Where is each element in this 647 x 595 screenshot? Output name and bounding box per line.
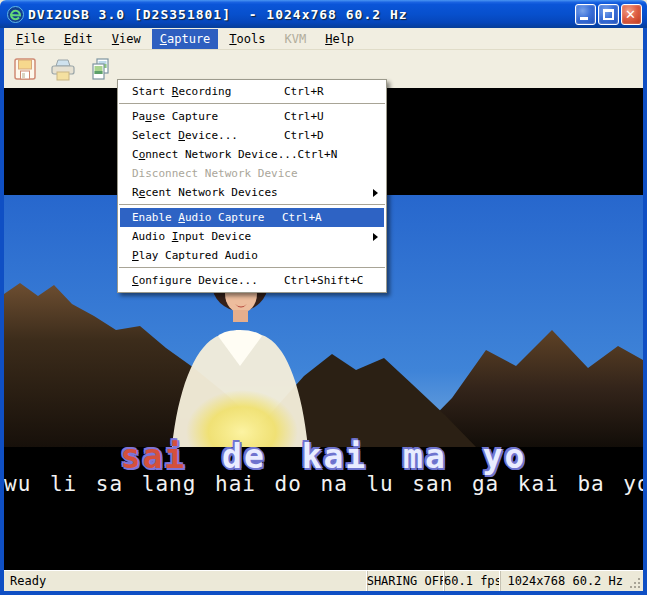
menu-help[interactable]: Help xyxy=(317,29,362,49)
shortcut-label: Ctrl+U xyxy=(284,110,380,123)
menu-separator xyxy=(119,267,385,269)
save-button[interactable] xyxy=(10,54,40,84)
minimize-icon xyxy=(580,17,588,20)
menu-capture[interactable]: Capture xyxy=(152,29,219,49)
resize-grip-icon xyxy=(629,577,641,589)
menu-item-enable-audio-capture[interactable]: Enable Audio Capture Ctrl+A xyxy=(120,208,384,227)
close-button[interactable]: ✕ xyxy=(621,4,642,25)
status-fps: 60.1 fps xyxy=(444,571,500,591)
karaoke-subtitle-line1: sai de kai ma yo xyxy=(4,437,643,476)
menu-item-audio-input-device[interactable]: Audio Input Device xyxy=(118,227,386,246)
menu-tools[interactable]: Tools xyxy=(221,29,273,49)
shortcut-label: Ctrl+Shift+C xyxy=(284,274,380,287)
minimize-button[interactable] xyxy=(575,4,596,25)
maximize-icon xyxy=(603,9,614,20)
subtitle-sung-text: sai xyxy=(121,437,187,476)
subtitle-upcoming-text: de kai ma yo xyxy=(186,437,526,476)
app-window: DVI2USB 3.0 [D2S351801] - 1024x768 60.2 … xyxy=(0,0,647,595)
window-frame: File Edit View Capture Tools KVM Help xyxy=(0,28,647,595)
shortcut-label: Ctrl+D xyxy=(284,129,380,142)
status-bar: Ready SHARING OFF 60.1 fps 1024x768 60.2… xyxy=(4,570,643,591)
menu-bar: File Edit View Capture Tools KVM Help xyxy=(4,28,643,50)
capture-dropdown-menu: Start Recording Ctrl+R Pause Capture Ctr… xyxy=(117,79,387,293)
menu-item-disconnect-network-device: Disconnect Network Device xyxy=(118,164,386,183)
resize-grip[interactable] xyxy=(629,571,643,591)
submenu-arrow-icon xyxy=(373,233,378,241)
menu-item-select-device[interactable]: Select Device... Ctrl+D xyxy=(118,126,386,145)
menu-edit[interactable]: Edit xyxy=(56,29,101,49)
menu-item-connect-network-device[interactable]: Connect Network Device... Ctrl+N xyxy=(118,145,386,164)
title-bar[interactable]: DVI2USB 3.0 [D2S351801] - 1024x768 60.2 … xyxy=(0,0,647,28)
menu-item-start-recording[interactable]: Start Recording Ctrl+R xyxy=(118,82,386,101)
menu-view[interactable]: View xyxy=(104,29,149,49)
copy-icon xyxy=(88,56,114,82)
submenu-arrow-icon xyxy=(373,189,378,197)
app-logo-icon[interactable] xyxy=(7,6,24,23)
karaoke-subtitle-line2: wu li sa lang hai do na lu san ga kai ba… xyxy=(4,472,643,496)
window-title: DVI2USB 3.0 [D2S351801] - 1024x768 60.2 … xyxy=(28,7,575,22)
shortcut-label: Ctrl+N xyxy=(298,148,380,161)
menu-file[interactable]: File xyxy=(8,29,53,49)
print-icon xyxy=(49,56,77,82)
menu-kvm: KVM xyxy=(277,29,315,49)
menu-item-configure-device[interactable]: Configure Device... Ctrl+Shift+C xyxy=(118,271,386,290)
status-ready: Ready xyxy=(4,571,367,591)
menu-item-play-captured-audio[interactable]: Play Captured Audio xyxy=(118,246,386,265)
print-button[interactable] xyxy=(48,54,78,84)
close-icon: ✕ xyxy=(625,7,636,22)
shortcut-label: Ctrl+A xyxy=(282,211,378,224)
save-icon xyxy=(12,56,38,82)
maximize-button[interactable] xyxy=(598,4,619,25)
menu-item-recent-network-devices[interactable]: Recent Network Devices xyxy=(118,183,386,202)
menu-separator xyxy=(119,204,385,206)
menu-separator xyxy=(119,103,385,105)
shortcut-label: Ctrl+R xyxy=(284,85,380,98)
status-sharing: SHARING OFF xyxy=(367,571,444,591)
status-resolution: 1024x768 60.2 Hz xyxy=(500,571,629,591)
menu-item-pause-capture[interactable]: Pause Capture Ctrl+U xyxy=(118,107,386,126)
copy-button[interactable] xyxy=(86,54,116,84)
